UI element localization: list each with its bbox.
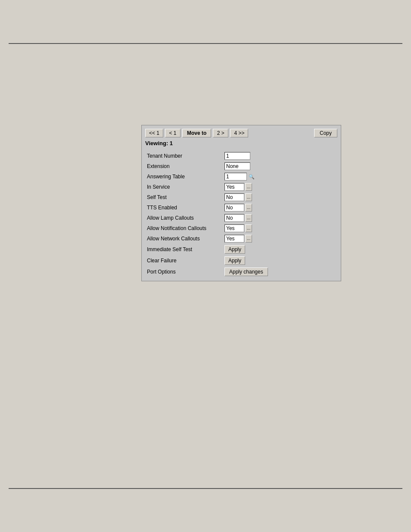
dots-notification-callouts[interactable]: ...: [245, 224, 252, 232]
field-in-service: In Service ...: [145, 182, 337, 192]
nav-prev-button[interactable]: < 1: [165, 129, 181, 137]
main-panel: << 1 < 1 Move to 2 > 4 >> Copy Viewing: …: [141, 125, 341, 281]
lamp-callouts-cell: ...: [224, 214, 336, 222]
label-in-service: In Service: [145, 182, 223, 192]
viewing-label: Viewing: 1: [145, 140, 337, 146]
self-test-cell: ...: [224, 193, 336, 201]
label-extension: Extension: [145, 161, 223, 171]
nav-bar: << 1 < 1 Move to 2 > 4 >> Copy: [145, 129, 337, 137]
copy-button[interactable]: Copy: [314, 129, 337, 137]
nav-last-button[interactable]: 4 >>: [230, 129, 248, 137]
label-allow-notification-callouts: Allow Notification Callouts: [145, 223, 223, 233]
label-port-options: Port Options: [145, 266, 223, 277]
row-port-options: Port Options Apply changes: [145, 266, 337, 277]
apply-immediate-self-test-button[interactable]: Apply: [224, 245, 245, 254]
tts-enabled-cell: ...: [224, 204, 336, 212]
nav-first-button[interactable]: << 1: [145, 129, 163, 137]
dots-tts-enabled[interactable]: ...: [245, 204, 252, 212]
answering-wrapper: 🔍: [224, 173, 336, 180]
dots-network-callouts[interactable]: ...: [245, 235, 252, 243]
field-allow-network-callouts: Allow Network Callouts ...: [145, 233, 337, 244]
top-border: [9, 43, 402, 44]
label-self-test: Self Test: [145, 192, 223, 202]
label-tts-enabled: TTS Enabled: [145, 202, 223, 213]
input-allow-lamp-callouts[interactable]: [224, 214, 244, 222]
input-in-service[interactable]: [224, 183, 244, 191]
apply-clear-failure-button[interactable]: Apply: [224, 256, 245, 265]
label-clear-failure: Clear Failure: [145, 255, 223, 266]
label-tenant-number: Tenant Number: [145, 151, 223, 161]
network-callouts-cell: ...: [224, 235, 336, 243]
input-tenant-number[interactable]: [224, 152, 250, 160]
field-allow-notification-callouts: Allow Notification Callouts ...: [145, 223, 337, 233]
row-clear-failure: Clear Failure Apply: [145, 255, 337, 266]
label-immediate-self-test: Immediate Self Test: [145, 244, 223, 255]
zoom-icon[interactable]: 🔍: [249, 174, 255, 180]
input-allow-notification-callouts[interactable]: [224, 224, 244, 232]
dots-in-service[interactable]: ...: [245, 183, 252, 191]
input-answering-table[interactable]: [224, 173, 247, 180]
row-immediate-self-test: Immediate Self Test Apply: [145, 244, 337, 255]
nav-moveto-button[interactable]: Move to: [182, 129, 211, 137]
bottom-border: [9, 488, 402, 489]
input-allow-network-callouts[interactable]: [224, 235, 244, 243]
dots-self-test[interactable]: ...: [245, 193, 252, 201]
form-table: Tenant Number Extension Answering Table: [145, 151, 337, 277]
in-service-cell: ...: [224, 183, 336, 191]
apply-changes-button[interactable]: Apply changes: [224, 268, 268, 276]
dots-lamp-callouts[interactable]: ...: [245, 214, 252, 222]
nav-next-button[interactable]: 2 >: [213, 129, 228, 137]
input-tts-enabled[interactable]: [224, 204, 244, 212]
notification-callouts-cell: ...: [224, 224, 336, 232]
field-extension: Extension: [145, 161, 337, 171]
input-self-test[interactable]: [224, 193, 244, 201]
field-answering-table: Answering Table 🔍: [145, 171, 337, 182]
label-answering-table: Answering Table: [145, 171, 223, 182]
field-allow-lamp-callouts: Allow Lamp Callouts ...: [145, 213, 337, 223]
label-allow-network-callouts: Allow Network Callouts: [145, 233, 223, 244]
input-extension[interactable]: [224, 162, 250, 170]
label-allow-lamp-callouts: Allow Lamp Callouts: [145, 213, 223, 223]
field-tts-enabled: TTS Enabled ...: [145, 202, 337, 213]
field-tenant-number: Tenant Number: [145, 151, 337, 161]
field-self-test: Self Test ...: [145, 192, 337, 202]
